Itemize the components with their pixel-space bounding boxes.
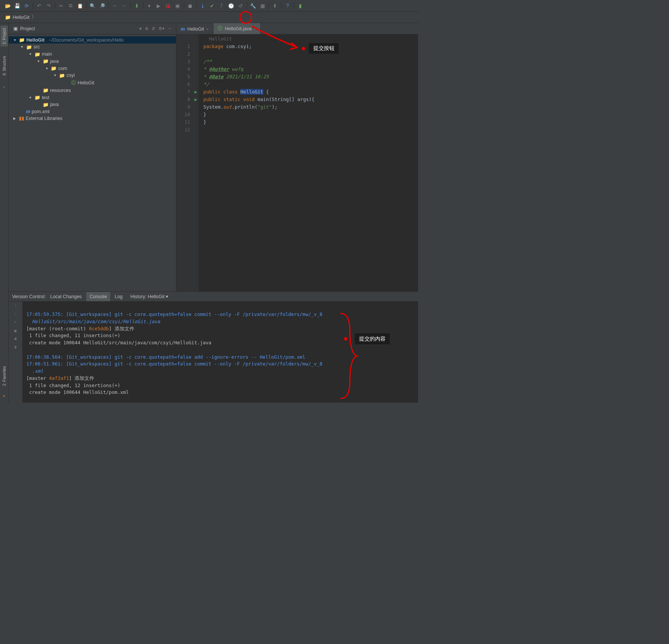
- collapse-icon[interactable]: ⊕: [145, 26, 148, 31]
- editor-area: m HelloGit × Ⓒ HelloGit.java × 123456789…: [176, 23, 418, 291]
- build-icon[interactable]: ⬇: [132, 2, 141, 10]
- tree-test[interactable]: ▼📁test: [9, 94, 176, 101]
- tree-src[interactable]: ▼📁src: [9, 44, 176, 51]
- tree-hellogit-class[interactable]: ⒸHelloGit: [9, 79, 176, 87]
- wrap-icon[interactable]: ⤶: [14, 320, 17, 324]
- config-dropdown-icon[interactable]: ▾: [145, 2, 154, 10]
- tree-test-java[interactable]: 📁java: [9, 101, 176, 108]
- annotation-arrow: [250, 24, 299, 52]
- structure-tool-tab[interactable]: 6: Structure: [1, 53, 8, 78]
- annotation-brace: [307, 304, 331, 394]
- memory-icon[interactable]: ▮: [296, 2, 305, 10]
- project-root[interactable]: ▼📁 HelloGit ~/Documents/Git_workspaces/H…: [9, 36, 176, 44]
- sync-icon[interactable]: ⟳: [22, 2, 31, 10]
- tree-java[interactable]: ▼📁java: [9, 58, 176, 65]
- vcs-panel-title: Version Control:: [12, 294, 46, 299]
- expand-icon[interactable]: ⇵: [152, 26, 155, 31]
- project-tool-tab[interactable]: 1: Project: [1, 26, 8, 47]
- vcs-update-icon[interactable]: ⤓: [198, 2, 207, 10]
- coverage-icon[interactable]: ▣: [173, 2, 182, 10]
- window-icon: ▣: [13, 26, 18, 31]
- tab-local-changes[interactable]: Local Changes: [47, 292, 85, 301]
- vcs-history-icon[interactable]: 🕐: [227, 2, 235, 10]
- vcs-diff-icon[interactable]: ⤴: [217, 2, 226, 10]
- tree-ext-libs[interactable]: ▶▮▮External Libraries: [9, 115, 176, 122]
- annotation-dot: [302, 47, 305, 50]
- tree-pom[interactable]: mpom.xml: [9, 108, 176, 115]
- undo-icon[interactable]: ↶: [35, 2, 44, 10]
- trash-icon[interactable]: 🗑: [14, 345, 17, 349]
- hide-icon[interactable]: ─: [168, 26, 171, 31]
- gear-icon[interactable]: ⚙▾: [159, 26, 165, 31]
- tooltip-commit-content: 提交的内容: [355, 333, 390, 344]
- breadcrumb: 📁 HelloGit 〉: [0, 12, 418, 23]
- gutter-marks: ▶▶: [193, 34, 199, 291]
- tree-com[interactable]: ▼📁com: [9, 65, 176, 72]
- annotation-dot: [344, 337, 347, 341]
- dropdown-icon[interactable]: ▾: [139, 26, 142, 31]
- run-icon[interactable]: ▶: [154, 2, 163, 10]
- breadcrumb-project[interactable]: HelloGit: [13, 15, 30, 20]
- cut-icon[interactable]: ✂: [57, 2, 66, 10]
- editor-tab-hellogit[interactable]: m HelloGit ×: [176, 24, 213, 34]
- help-icon[interactable]: ?: [283, 2, 292, 10]
- favorites-tool-tab[interactable]: 2: Favorites: [1, 364, 8, 388]
- vcs-commit-icon[interactable]: ✔: [208, 2, 216, 10]
- print-icon[interactable]: 🖶: [14, 337, 17, 341]
- star-icon[interactable]: ★: [3, 394, 5, 398]
- project-tree: ▼📁 HelloGit ~/Documents/Git_workspaces/H…: [9, 34, 176, 124]
- console-side-toolbar: ↑ ↓ ⤶ ▣ 🖶 🗑: [9, 302, 23, 403]
- close-icon[interactable]: ×: [207, 27, 209, 31]
- left-tool-bar: 1: Project 6: Structure ⤓: [0, 23, 9, 291]
- replace-icon[interactable]: 🔎: [98, 2, 107, 10]
- code-editor[interactable]: 123456789101112 ▶▶ HelloGit package com.…: [176, 34, 418, 291]
- folder-icon: 📁: [5, 14, 11, 20]
- up-icon[interactable]: ↑: [15, 304, 16, 307]
- tree-resources[interactable]: 📁resources: [9, 87, 176, 94]
- tree-csyi[interactable]: ▼📁csyi: [9, 72, 176, 79]
- console-output[interactable]: 17:05:59.375: [Git_workspaces] git -c co…: [23, 302, 418, 403]
- version-control-panel: Version Control: Local Changes Console L…: [9, 291, 419, 403]
- tooltip-commit-btn: 提交按钮: [309, 43, 339, 54]
- tab-history[interactable]: History: HelloGit ▾: [127, 292, 172, 301]
- project-panel-title: Project: [20, 26, 35, 31]
- settings-icon[interactable]: 🔧: [249, 2, 258, 10]
- vcs-revert-icon[interactable]: ↺: [236, 2, 245, 10]
- structure-icon[interactable]: ▦: [258, 2, 267, 10]
- debug-icon[interactable]: 🐞: [164, 2, 173, 10]
- paste-icon[interactable]: 📋: [76, 2, 85, 10]
- class-icon: Ⓒ: [218, 25, 222, 32]
- project-panel: ▣ Project ▾ ⊕ ⇵ ⚙▾ ─ ▼📁 HelloGit ~/Docum…: [9, 23, 177, 291]
- tree-main[interactable]: ▼📁main: [9, 51, 176, 58]
- save-icon[interactable]: 💾: [13, 2, 22, 10]
- redo-icon[interactable]: ↷: [45, 2, 53, 10]
- search-icon[interactable]: 🔍: [89, 2, 97, 10]
- maven-icon: m: [181, 26, 185, 32]
- down-icon[interactable]: ↓: [15, 312, 16, 316]
- copy-icon[interactable]: ⧉: [67, 2, 75, 10]
- main-toolbar: 📂 💾 ⟳ ↶ ↷ ✂ ⧉ 📋 🔍 🔎 ← → ⬇ ▾ ▶ 🐞 ▣ ◼ ⤓ ✔ …: [0, 0, 418, 12]
- tab-log[interactable]: Log: [111, 292, 126, 301]
- scroll-icon[interactable]: ▣: [14, 329, 17, 333]
- line-gutter: 123456789101112: [176, 34, 193, 291]
- sdk-icon[interactable]: ⬇: [271, 2, 280, 10]
- open-icon[interactable]: 📂: [3, 2, 12, 10]
- forward-icon[interactable]: →: [120, 2, 129, 10]
- stop-icon[interactable]: ◼: [186, 2, 194, 10]
- tab-console[interactable]: Console: [86, 292, 110, 301]
- bottom-left-bar: 2: Favorites ★: [0, 291, 9, 403]
- annotation-circle: [240, 11, 252, 24]
- back-icon[interactable]: ←: [110, 2, 119, 10]
- vcs-icon[interactable]: ⤓: [3, 85, 5, 89]
